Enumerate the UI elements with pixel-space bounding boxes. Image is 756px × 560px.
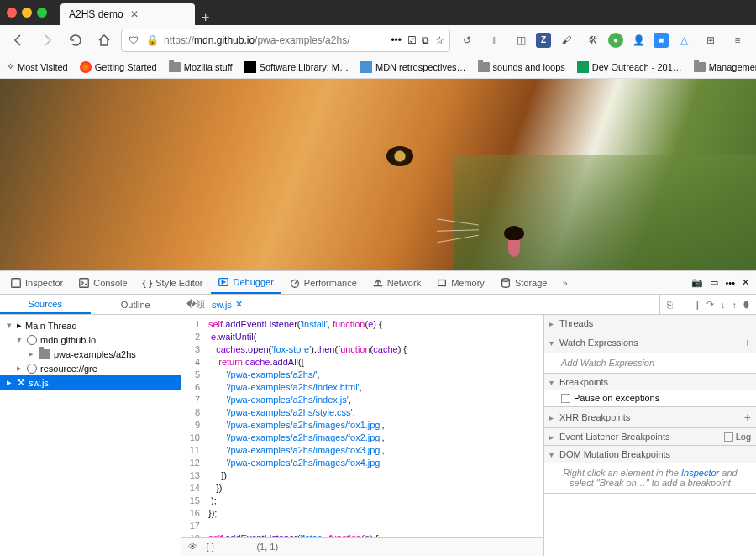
devtools-tab-debugger[interactable]: Debugger <box>211 271 280 294</box>
devtools-tabs-overflow[interactable]: » <box>555 271 574 294</box>
step-in-button[interactable]: ↓ <box>721 300 726 310</box>
library-icon[interactable]: ⫴ <box>482 29 506 52</box>
breakpoints-section[interactable]: ▾Breakpoints <box>544 374 756 390</box>
new-tab-button[interactable]: + <box>202 10 209 25</box>
lock-icon: 🔒 <box>145 34 159 47</box>
browser-tab[interactable]: A2HS demo ✕ <box>60 3 195 25</box>
checkbox-icon[interactable] <box>724 432 733 442</box>
pause-on-exceptions[interactable]: Pause on exceptions <box>544 390 756 406</box>
add-watch-icon[interactable]: + <box>744 336 751 349</box>
file-tab-close-icon[interactable]: ✕ <box>235 299 243 310</box>
devtools-tab-network[interactable]: Network <box>365 271 428 294</box>
outline-tab[interactable]: Outline <box>91 295 181 314</box>
step-over-button[interactable]: ↷ <box>706 299 714 310</box>
eye-icon[interactable]: 👁 <box>188 541 197 553</box>
svg-rect-0 <box>12 278 21 287</box>
shield-icon: 🛡 <box>127 34 140 47</box>
ext-icon-wrench[interactable]: 🛠 <box>581 29 605 52</box>
tree-row-host[interactable]: mdn.github.io <box>0 332 181 347</box>
devtools-tab-console[interactable]: Console <box>71 271 134 294</box>
globe-icon <box>27 335 37 345</box>
sidebar-icon[interactable]: ◫ <box>509 29 533 52</box>
responsive-icon[interactable]: ▭ <box>710 277 718 288</box>
devtools-tab-memory[interactable]: Memory <box>429 271 491 294</box>
window-minimize-button[interactable] <box>22 8 32 18</box>
debugger-subheader: Sources Outline �領 sw.js ✕ ⎘ ‖ ↷ ↓ ↑ ⬮ <box>0 295 756 315</box>
deactivate-bp-button[interactable]: ⬮ <box>743 299 749 310</box>
bookmark-item[interactable]: Software Library: M… <box>244 61 349 73</box>
ext-icon-triangle[interactable]: △ <box>672 29 696 52</box>
checkbox-icon[interactable] <box>561 394 570 403</box>
tree-row-resource[interactable]: resource://gre <box>0 361 181 375</box>
bookmarks-bar: ✧Most Visited Getting Started Mozilla st… <box>0 55 756 79</box>
svg-rect-4 <box>438 280 446 285</box>
ext-icon-green[interactable]: ● <box>608 33 623 48</box>
devtools-tab-performance[interactable]: Performance <box>282 271 364 294</box>
worker-icon: ⚒ <box>17 377 25 388</box>
dom-section[interactable]: ▾DOM Mutation Breakpoints <box>544 446 756 463</box>
debugger-right-pane: ▸Threads ▾Watch Expressions+ Add Watch E… <box>544 315 756 556</box>
editor-footer: 👁 { } (1, 1) <box>181 537 543 556</box>
kebab-icon[interactable]: ••• <box>725 278 735 288</box>
inspector-link[interactable]: Inspector <box>681 468 719 478</box>
ext-icon-grid[interactable]: ⊞ <box>699 29 722 52</box>
forward-button[interactable] <box>35 29 59 52</box>
tab-title: A2HS demo <box>69 8 123 20</box>
bookmark-item[interactable]: ✧Most Visited <box>7 61 68 72</box>
sources-tab[interactable]: Sources <box>0 295 91 314</box>
tree-row-selected[interactable]: ⚒sw.js <box>0 375 181 390</box>
bookmark-item[interactable]: sounds and loops <box>478 62 565 72</box>
folder-icon <box>478 62 490 72</box>
reload-button[interactable] <box>64 29 87 52</box>
pause-button[interactable]: ‖ <box>695 299 700 310</box>
site-icon <box>577 61 589 73</box>
source-editor[interactable]: 1234567891011121314151617181920 self.add… <box>181 315 544 556</box>
tree-row-folder[interactable]: pwa-examples/a2hs <box>0 347 181 361</box>
ext-icon-zoom[interactable]: ■ <box>654 33 669 48</box>
window-zoom-button[interactable] <box>37 8 47 18</box>
page-content-hero <box>0 79 756 270</box>
devtools-close-icon[interactable]: ✕ <box>742 277 749 288</box>
firefox-icon <box>80 61 92 73</box>
devtools-tab-storage[interactable]: Storage <box>493 271 554 294</box>
debugger-body: ▸Main Thread mdn.github.io pwa-examples/… <box>0 315 756 556</box>
toggle-right-pane-icon[interactable]: ⎘ <box>667 300 673 310</box>
screenshot-icon[interactable]: 📷 <box>691 277 703 288</box>
bookmark-item[interactable]: Dev Outreach - 201… <box>577 61 682 73</box>
step-out-button[interactable]: ↑ <box>732 300 738 310</box>
url-text: https://mdn.github.io/pwa-examples/a2hs/ <box>164 34 349 46</box>
svg-point-5 <box>502 278 510 281</box>
folder-icon <box>169 62 181 72</box>
back-button[interactable] <box>7 29 30 52</box>
bookmark-item[interactable]: Getting Started <box>80 61 157 73</box>
ext-icon-paint[interactable]: 🖌 <box>554 29 578 52</box>
devtools-tab-inspector[interactable]: Inspector <box>3 271 70 294</box>
bookmark-item[interactable]: MDN retrospectives… <box>360 61 466 73</box>
source-file-tab[interactable]: sw.js ✕ <box>212 299 243 310</box>
nav-toolbar: 🛡 🔒 https://mdn.github.io/pwa-examples/a… <box>0 25 756 55</box>
folder-icon <box>39 349 50 359</box>
tree-row-main[interactable]: ▸Main Thread <box>0 318 181 332</box>
watch-placeholder[interactable]: Add Watch Expression <box>544 353 756 373</box>
page-actions: ••• ☑ ⧉ ☆ <box>391 34 444 46</box>
tab-close-icon[interactable]: ✕ <box>130 8 139 20</box>
event-section[interactable]: ▸Event Listener BreakpointsLog <box>544 428 756 445</box>
folder-icon <box>694 62 706 72</box>
devtools-tab-style[interactable]: { }Style Editor <box>136 271 210 294</box>
watch-section[interactable]: ▾Watch Expressions+ <box>544 332 756 353</box>
menu-button[interactable]: ≡ <box>726 29 749 52</box>
threads-section[interactable]: ▸Threads <box>544 315 756 332</box>
add-xhr-icon[interactable]: + <box>744 411 751 424</box>
history-icon[interactable]: ↺ <box>455 29 479 52</box>
window-close-button[interactable] <box>7 8 17 18</box>
window-titlebar: A2HS demo ✕ + <box>0 0 756 25</box>
prettify-icon[interactable]: { } <box>206 541 214 553</box>
bookmark-item[interactable]: Management stuff <box>694 62 756 72</box>
xhr-section[interactable]: ▸XHR Breakpoints+ <box>544 407 756 427</box>
ext-icon-z[interactable]: Z <box>536 33 551 48</box>
url-bar[interactable]: 🛡 🔒 https://mdn.github.io/pwa-examples/a… <box>121 29 450 52</box>
toggle-sources-icon[interactable]: �領 <box>186 298 205 311</box>
bookmark-item[interactable]: Mozilla stuff <box>169 62 233 72</box>
account-icon[interactable]: 👤 <box>627 29 650 52</box>
home-button[interactable] <box>92 29 116 52</box>
